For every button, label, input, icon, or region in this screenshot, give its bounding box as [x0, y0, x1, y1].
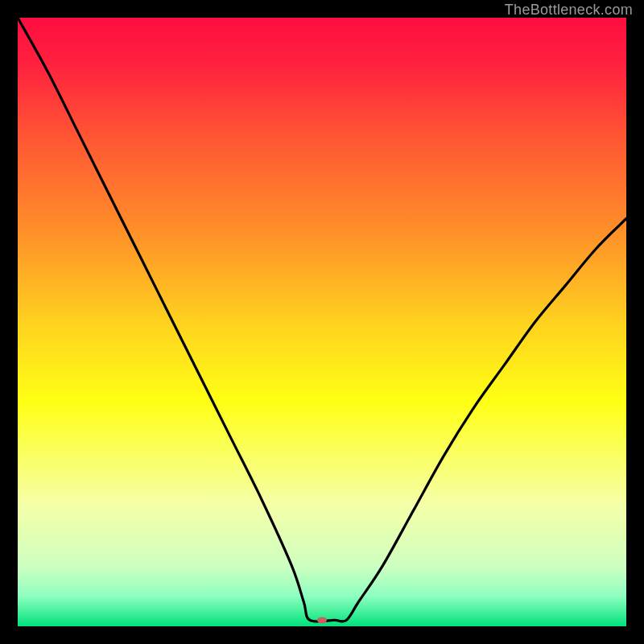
chart-frame: TheBottleneck.com: [0, 0, 644, 644]
marker-dot: [317, 617, 327, 623]
plot-svg: [18, 18, 626, 626]
attribution-text: TheBottleneck.com: [505, 2, 633, 19]
plot-area: [18, 18, 626, 626]
